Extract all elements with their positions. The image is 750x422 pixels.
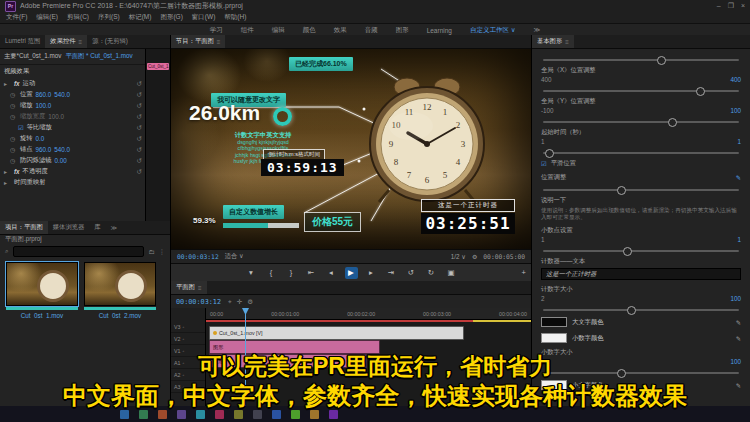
start-time-value[interactable]: 1: [541, 138, 545, 145]
scale-value[interactable]: 100.0: [36, 102, 52, 109]
thumbnail-scrub-bar[interactable]: [6, 307, 78, 310]
add-marker-button[interactable]: ▾: [245, 267, 258, 279]
minimize-button[interactable]: –: [717, 2, 721, 10]
close-button[interactable]: ×: [741, 2, 745, 10]
eyedropper-icon[interactable]: ✎: [736, 335, 741, 342]
workspace-tab-editing[interactable]: 编辑: [272, 26, 285, 35]
rotation-value[interactable]: 0.0: [36, 135, 45, 142]
parameter-slider[interactable]: [543, 309, 739, 311]
reset-icon[interactable]: ↺: [137, 168, 145, 176]
ec-mini-timeline[interactable]: Cut_0st_1.m: [145, 49, 170, 221]
workspace-tab-assembly[interactable]: 组件: [241, 26, 254, 35]
menu-edit[interactable]: 编辑(E): [36, 13, 58, 22]
project-search-input[interactable]: [13, 246, 145, 257]
tab-lumetri-scopes[interactable]: Lumetri 范围: [0, 35, 45, 48]
anchor-y-value[interactable]: 540.0: [54, 146, 70, 153]
parameter-slider[interactable]: [543, 90, 739, 92]
param-x-max[interactable]: 400: [730, 76, 741, 83]
track-toggle-icon[interactable]: ◦: [182, 324, 184, 330]
tab-libraries[interactable]: 库: [89, 221, 105, 234]
position-x-value[interactable]: 860.0: [36, 91, 52, 98]
menu-help[interactable]: 帮助(H): [224, 13, 246, 22]
track-header-v3[interactable]: V3 ◦: [171, 321, 205, 333]
reset-icon[interactable]: ↺: [137, 124, 145, 132]
panel-menu-icon[interactable]: ≡: [79, 38, 83, 45]
reset-icon[interactable]: ↺: [137, 80, 145, 88]
digit-size-value[interactable]: 2: [541, 295, 545, 302]
panel-menu-icon[interactable]: ≡: [198, 284, 202, 291]
new-bin-icon[interactable]: 🗀: [148, 248, 154, 255]
timeline-ruler[interactable]: 00:0000:00:01:0000:00:02:0000:00:03:0000…: [206, 308, 531, 320]
timeline-clip-graphics[interactable]: Cut_0st_1.mov [V]: [209, 326, 464, 340]
workspace-tab-custom[interactable]: 自定义工作区 ∨: [470, 26, 516, 35]
position-y-value[interactable]: 540.0: [54, 91, 70, 98]
project-item[interactable]: Cut_0st_1.mov: [6, 262, 78, 319]
stopwatch-icon[interactable]: ◷: [10, 157, 17, 164]
project-item[interactable]: Cut_0st_2.mov: [84, 262, 156, 319]
reset-icon[interactable]: ↺: [137, 146, 145, 154]
reset-icon[interactable]: ↺: [137, 113, 145, 121]
menu-graphics[interactable]: 图形(G): [160, 13, 182, 22]
workspace-tab-learn[interactable]: 学习: [210, 26, 223, 35]
menu-window[interactable]: 窗口(W): [192, 13, 215, 22]
decimal-value[interactable]: 1: [541, 236, 545, 243]
workspace-tab-graphics[interactable]: 图形: [396, 26, 409, 35]
smooth-position-checkbox[interactable]: ☑: [541, 160, 547, 167]
menu-sequence[interactable]: 序列(S): [98, 13, 120, 22]
mark-out-button[interactable]: }: [285, 267, 298, 279]
start-time-max[interactable]: 1: [737, 138, 741, 145]
resolution-dropdown[interactable]: 1/2 ∨: [451, 253, 466, 260]
ec-effect-motion[interactable]: ▸fx 运动 ↺: [0, 78, 145, 89]
parameter-slider[interactable]: [543, 59, 739, 61]
param-y-max[interactable]: 100: [730, 107, 741, 114]
play-button[interactable]: ▶: [345, 267, 358, 279]
counter-text-input[interactable]: [541, 268, 741, 280]
ec-effect-opacity[interactable]: ▸fx 不透明度 ↺: [0, 166, 145, 177]
stopwatch-icon[interactable]: ◷: [10, 102, 17, 109]
button-editor-plus[interactable]: +: [522, 268, 526, 277]
tab-source-monitor[interactable]: 源：(无剪辑): [87, 35, 133, 48]
param-y-value[interactable]: -100: [541, 107, 554, 114]
mark-in-button[interactable]: {: [265, 267, 278, 279]
menu-marker[interactable]: 标记(M): [129, 13, 152, 22]
param-x-value[interactable]: 400: [541, 76, 552, 83]
parameter-slider[interactable]: [543, 152, 739, 154]
antiflicker-value[interactable]: 0.00: [54, 157, 66, 164]
tab-project[interactable]: 项目：平面图: [0, 221, 48, 234]
settings-wrench-icon[interactable]: ⚙: [472, 253, 477, 260]
program-monitor-preview[interactable]: 12 1 2 3 4 5 6 7 8 9 10 11: [171, 49, 531, 249]
snap-tool-icon[interactable]: ⌖: [228, 298, 232, 306]
playhead-timecode[interactable]: 00:00:03:12: [177, 253, 219, 260]
parameter-slider[interactable]: [543, 189, 739, 191]
panel-more-icon[interactable]: ⋮: [159, 248, 165, 255]
anchor-x-value[interactable]: 960.0: [36, 146, 52, 153]
uniform-scale-checkbox[interactable]: ☑: [18, 124, 24, 131]
lift-button[interactable]: ↺: [405, 267, 418, 279]
stopwatch-icon[interactable]: ◷: [10, 135, 17, 142]
panel-overflow-icon[interactable]: ≫: [106, 221, 123, 234]
tab-essential-graphics[interactable]: 基本图形≡: [532, 35, 574, 48]
ec-effect-time-remap[interactable]: ▸ 时间重映射: [0, 177, 145, 188]
digit-size-max[interactable]: 100: [730, 295, 741, 302]
go-to-out-button[interactable]: ⇥: [385, 267, 398, 279]
workspace-tab-color[interactable]: 颜色: [303, 26, 316, 35]
decimal-max[interactable]: 1: [737, 236, 741, 243]
timeline-settings-icon[interactable]: ⚙: [247, 298, 253, 306]
workspace-tab-effects[interactable]: 效果: [334, 26, 347, 35]
export-frame-button[interactable]: ▣: [445, 267, 458, 279]
workspace-overflow-icon[interactable]: ≫: [534, 26, 541, 34]
menu-file[interactable]: 文件(F): [6, 13, 27, 22]
workspace-tab-learning[interactable]: Learning: [427, 27, 452, 34]
menu-clip[interactable]: 剪辑(C): [67, 13, 89, 22]
thumbnail-scrub-bar[interactable]: [84, 307, 156, 310]
tab-timeline-sequence[interactable]: 平面图≡: [171, 281, 207, 294]
panel-menu-icon[interactable]: ≡: [565, 38, 569, 45]
clip-name[interactable]: Cut_0st_2.mov: [84, 312, 156, 319]
step-forward-button[interactable]: ▸: [365, 267, 378, 279]
position-adjust-icon[interactable]: ✎: [736, 174, 741, 181]
clip-thumbnail[interactable]: [84, 262, 156, 306]
maximize-button[interactable]: ❐: [728, 2, 734, 10]
big-text-color-swatch[interactable]: [541, 317, 567, 327]
parameter-slider[interactable]: [543, 250, 739, 252]
track-toggle-icon[interactable]: ◦: [182, 336, 184, 342]
